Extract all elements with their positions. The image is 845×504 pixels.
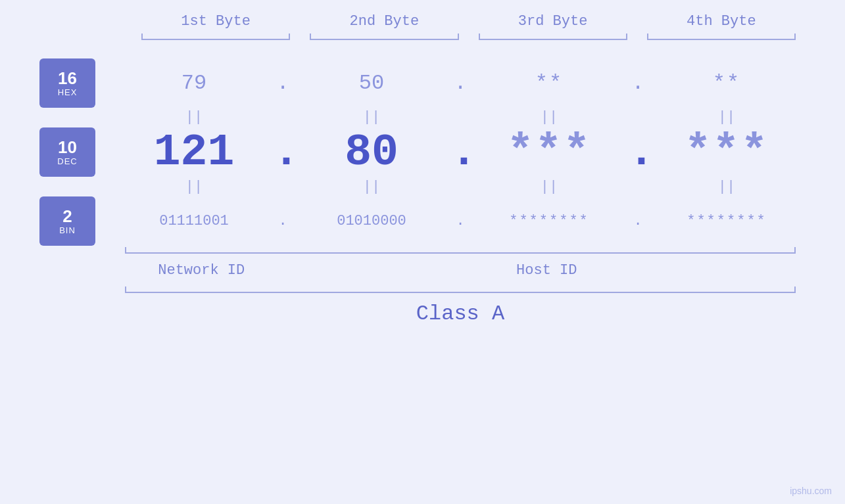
bin-badge-number: 2 [62,207,72,226]
dec-row: 10 DEC 121 . 80 . *** . *** [39,127,806,177]
equals-1-b4: || [648,109,806,126]
bin-badge-label: BIN [59,225,76,235]
dec-byte4: *** [648,127,806,177]
outer-bracket [115,285,806,298]
host-id-label: Host ID [288,262,806,279]
hex-badge: 16 HEX [39,58,95,108]
header-bracket-row [39,34,806,45]
hex-byte2: 50 [293,71,450,95]
bin-badge: 2 BIN [39,196,95,246]
equals-1-b3: || [470,109,628,126]
hex-badge-number: 16 [58,69,77,88]
bin-dot3: . [628,213,648,229]
dec-badge-label: DEC [57,156,77,166]
dec-byte3: *** [470,127,628,177]
outer-bracket-row [39,285,806,298]
byte-headers: 1st Byte 2nd Byte 3rd Byte 4th Byte [39,13,806,34]
host-bracket [288,246,806,259]
hex-dot3: . [628,71,648,95]
equals-2-b4: || [648,179,806,195]
bin-byte1: 01111001 [115,213,273,229]
dec-badge: 10 DEC [39,127,95,177]
dec-bytes: 121 . 80 . *** . *** [115,127,806,177]
bracket-line-2 [310,39,458,40]
dec-byte1: 121 [115,127,273,177]
equals-row-1: || || || || [39,109,806,126]
bracket-line-3 [479,39,627,40]
equals-1-b1: || [115,109,273,126]
hex-byte1: 79 [115,71,273,95]
equals-1-b2: || [293,109,450,126]
dec-badge-number: 10 [58,138,77,157]
dec-byte2: 80 [293,127,450,177]
bracket-line-4 [647,39,796,40]
watermark: ipshu.com [790,486,832,496]
hex-bytes: 79 . 50 . ** . ** [115,71,806,95]
outer-bracket-line [125,292,796,293]
bin-bytes: 01111001 . 01010000 . ******** . *******… [115,213,806,229]
bin-byte2: 01010000 [293,213,450,229]
bin-byte3: ******** [470,213,628,229]
main-container: 1st Byte 2nd Byte 3rd Byte 4th Byte 16 H… [0,0,845,504]
byte2-header: 2nd Byte [300,13,468,34]
bracket-cell-1 [132,34,300,45]
bracket-cell-3 [469,34,637,45]
hex-dot1: . [273,71,293,95]
hex-byte4: ** [648,71,806,95]
dec-dot2: . [450,127,470,177]
class-row: Class A [39,302,806,326]
hex-row: 16 HEX 79 . 50 . ** . ** [39,58,806,108]
class-label: Class A [416,302,504,326]
bracket-cell-4 [637,34,806,45]
dec-dot3: . [628,127,648,177]
equals-2-b2: || [293,179,450,195]
network-bracket-line [125,252,288,254]
equals-2-b1: || [115,179,273,195]
bottom-bracket-row [39,246,806,259]
bracket-line-1 [141,39,290,40]
label-row: Network ID Host ID [39,262,806,279]
bin-dot1: . [273,213,293,229]
bin-byte4: ******** [648,213,806,229]
hex-dot2: . [450,71,470,95]
hex-byte3: ** [470,71,628,95]
dec-dot1: . [273,127,293,177]
hex-badge-label: HEX [58,87,78,97]
byte4-header: 4th Byte [637,13,806,34]
bracket-cell-2 [300,34,468,45]
byte1-header: 1st Byte [132,13,300,34]
bin-dot2: . [450,213,470,229]
network-bracket [115,246,288,259]
bin-row: 2 BIN 01111001 . 01010000 . ******** . [39,196,806,246]
equals-2-b3: || [470,179,628,195]
host-bracket-line [288,252,796,254]
byte3-header: 3rd Byte [469,13,637,34]
equals-row-2: || || || || [39,179,806,195]
network-id-label: Network ID [115,262,288,279]
